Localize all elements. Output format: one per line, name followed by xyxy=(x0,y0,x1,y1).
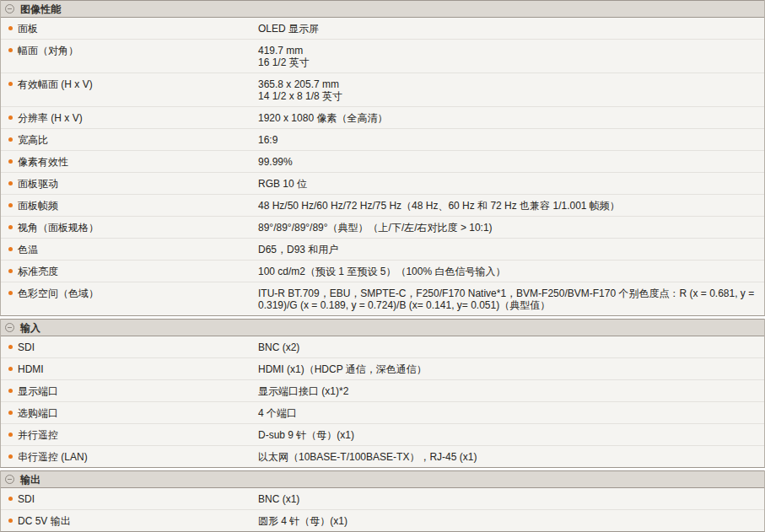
spec-label-cell: SDI xyxy=(1,488,258,509)
spec-value: HDMI (x1)（HDCP 通信，深色通信） xyxy=(258,358,764,379)
spec-row: 面板帧频48 Hz/50 Hz/60 Hz/72 Hz/75 Hz（48 Hz、… xyxy=(1,194,764,216)
spec-value: 89°/89°/89°/89°（典型）（上/下/左/右对比度 > 10:1) xyxy=(258,217,764,238)
spec-label: 显示端口 xyxy=(18,385,58,397)
spec-label: 幅面（对角） xyxy=(18,45,78,56)
bullet-icon xyxy=(8,181,13,185)
spec-section-input: 输入SDIBNC (x2)HDMIHDMI (x1)（HDCP 通信，深色通信）… xyxy=(0,319,765,468)
bullet-icon xyxy=(8,137,13,142)
spec-row: SDIBNC (x2) xyxy=(1,336,764,357)
spec-label-cell: 有效幅面 (H x V) xyxy=(1,73,258,106)
bullet-icon xyxy=(8,519,13,523)
spec-value: ITU-R BT.709，EBU，SMPTE-C，F250/F170 Nativ… xyxy=(258,282,764,315)
spec-label: 选购端口 xyxy=(18,407,58,419)
spec-label-cell: 面板帧频 xyxy=(1,195,258,216)
spec-label: SDI xyxy=(18,341,35,353)
spec-value: 以太网（10BASE-T/100BASE-TX），RJ-45 (x1) xyxy=(258,446,764,467)
spec-table: 图像性能面板OLED 显示屏幅面（对角）419.7 mm 16 1/2 英寸有效… xyxy=(0,0,765,532)
spec-row: 像素有效性99.99% xyxy=(1,150,764,172)
spec-label: 色温 xyxy=(18,244,38,255)
spec-value: BNC (x2) xyxy=(258,336,764,357)
spec-label: 分辨率 (H x V) xyxy=(18,112,83,124)
bullet-icon xyxy=(8,367,13,371)
spec-value: D65，D93 和用户 xyxy=(258,239,764,260)
collapse-icon[interactable] xyxy=(5,323,14,332)
section-title: 输入 xyxy=(20,323,40,333)
spec-row: 视角（面板规格）89°/89°/89°/89°（典型）（上/下/左/右对比度 >… xyxy=(1,216,764,238)
spec-value: 圆形 4 针（母）(x1) xyxy=(258,510,764,531)
bullet-icon xyxy=(8,48,13,52)
section-header-input[interactable]: 输入 xyxy=(1,319,764,336)
spec-value: 419.7 mm 16 1/2 英寸 xyxy=(258,40,764,73)
spec-value: RGB 10 位 xyxy=(258,173,764,194)
spec-label-cell: 像素有效性 xyxy=(1,151,258,172)
bullet-icon xyxy=(8,116,13,120)
spec-label-cell: 色彩空间（色域） xyxy=(1,282,258,315)
spec-label-cell: 面板驱动 xyxy=(1,173,258,194)
collapse-icon[interactable] xyxy=(5,475,14,484)
bullet-icon xyxy=(8,497,13,501)
spec-label: 色彩空间（色域） xyxy=(18,287,99,299)
spec-label: 像素有效性 xyxy=(18,156,68,168)
section-header-image-performance[interactable]: 图像性能 xyxy=(1,0,764,18)
spec-label-cell: 标准亮度 xyxy=(1,261,258,282)
spec-row: 串行遥控 (LAN)以太网（10BASE-T/100BASE-TX），RJ-45… xyxy=(1,445,764,467)
bullet-icon xyxy=(8,433,13,437)
spec-row: 色彩空间（色域）ITU-R BT.709，EBU，SMPTE-C，F250/F1… xyxy=(1,282,764,315)
spec-label-cell: 并行遥控 xyxy=(1,424,258,445)
spec-value: 48 Hz/50 Hz/60 Hz/72 Hz/75 Hz（48 Hz、60 H… xyxy=(258,195,764,216)
spec-row: 幅面（对角）419.7 mm 16 1/2 英寸 xyxy=(1,39,764,73)
spec-row: 面板驱动RGB 10 位 xyxy=(1,172,764,194)
bullet-icon xyxy=(8,203,13,207)
spec-value: 100 cd/m2（预设 1 至预设 5）（100% 白色信号输入） xyxy=(258,261,764,282)
section-rows: SDIBNC (x1)DC 5V 输出圆形 4 针（母）(x1) xyxy=(1,488,764,531)
collapse-icon[interactable] xyxy=(5,4,14,13)
spec-label: 面板 xyxy=(18,23,38,35)
spec-label: 视角（面板规格） xyxy=(18,222,99,234)
spec-label-cell: SDI xyxy=(1,336,258,357)
spec-value: 16:9 xyxy=(258,129,764,150)
spec-value: 99.99% xyxy=(258,151,764,172)
bullet-icon xyxy=(8,247,13,251)
spec-label-cell: DC 5V 输出 xyxy=(1,510,258,531)
bullet-icon xyxy=(8,26,13,30)
spec-value: D-sub 9 针（母）(x1) xyxy=(258,424,764,445)
spec-label: 并行遥控 xyxy=(18,429,58,441)
spec-label-cell: 选购端口 xyxy=(1,402,258,423)
bullet-icon xyxy=(8,225,13,229)
spec-label-cell: HDMI xyxy=(1,358,258,379)
spec-label-cell: 分辨率 (H x V) xyxy=(1,107,258,128)
spec-label: 宽高比 xyxy=(18,134,48,146)
spec-row: 标准亮度100 cd/m2（预设 1 至预设 5）（100% 白色信号输入） xyxy=(1,260,764,282)
spec-label: 面板驱动 xyxy=(18,178,58,190)
spec-label: 面板帧频 xyxy=(18,200,58,212)
spec-section-image-performance: 图像性能面板OLED 显示屏幅面（对角）419.7 mm 16 1/2 英寸有效… xyxy=(0,0,765,316)
section-header-output[interactable]: 输出 xyxy=(1,470,764,488)
spec-value: 4 个端口 xyxy=(258,402,764,423)
spec-row: DC 5V 输出圆形 4 针（母）(x1) xyxy=(1,509,764,531)
spec-label: 有效幅面 (H x V) xyxy=(18,78,93,90)
spec-value: 显示端口接口 (x1)*2 xyxy=(258,380,764,401)
spec-section-output: 输出SDIBNC (x1)DC 5V 输出圆形 4 针（母）(x1) xyxy=(0,470,765,532)
spec-label: 标准亮度 xyxy=(18,266,58,277)
bullet-icon xyxy=(8,389,13,393)
spec-value: 1920 x 1080 像素（全高清） xyxy=(258,107,764,128)
spec-label: DC 5V 输出 xyxy=(18,515,71,527)
bullet-icon xyxy=(8,291,13,295)
spec-row: 色温D65，D93 和用户 xyxy=(1,238,764,260)
section-title: 输出 xyxy=(20,475,40,485)
spec-row: HDMIHDMI (x1)（HDCP 通信，深色通信） xyxy=(1,357,764,379)
bullet-icon xyxy=(8,345,13,349)
spec-row: 选购端口4 个端口 xyxy=(1,401,764,423)
section-rows: SDIBNC (x2)HDMIHDMI (x1)（HDCP 通信，深色通信）显示… xyxy=(1,336,764,467)
bullet-icon xyxy=(8,159,13,164)
spec-row: 有效幅面 (H x V)365.8 x 205.7 mm 14 1/2 x 8 … xyxy=(1,73,764,106)
spec-label-cell: 串行遥控 (LAN) xyxy=(1,446,258,467)
spec-value: OLED 显示屏 xyxy=(258,18,764,39)
spec-label-cell: 视角（面板规格） xyxy=(1,217,258,238)
spec-row: 分辨率 (H x V)1920 x 1080 像素（全高清） xyxy=(1,106,764,128)
section-title: 图像性能 xyxy=(20,4,61,14)
spec-label: SDI xyxy=(18,493,35,505)
section-rows: 面板OLED 显示屏幅面（对角）419.7 mm 16 1/2 英寸有效幅面 (… xyxy=(1,18,764,315)
bullet-icon xyxy=(8,82,13,86)
spec-label-cell: 显示端口 xyxy=(1,380,258,401)
